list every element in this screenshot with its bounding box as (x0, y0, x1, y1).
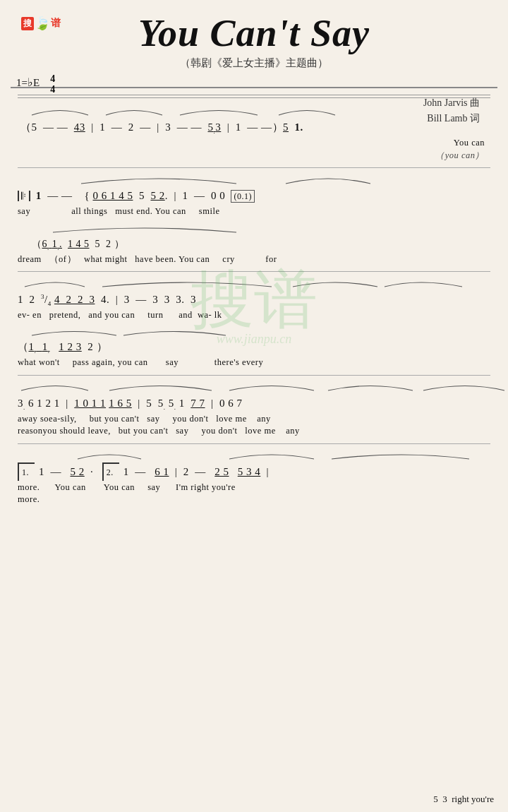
music-row-7: 1. 1 — 5 2 · 2. 1 — 6 1 | 2 — 2 5 5 3 4 … (18, 448, 490, 506)
lyrics-row-5: what won't pass again, you can say there… (18, 357, 490, 369)
notes-row-2: 𝄆 1 — — { 0 6 1 4 5 5 5 2. | 1 — 0 0 (0.… (18, 172, 490, 205)
notes-row-5: （1. 1. 1 2 3 2 ） (18, 326, 490, 357)
time-signature: 44 (50, 73, 55, 95)
notes-row-4: 1 2 3/4 4 2 2 3 4. | 3 — 3 3 3. 3 (18, 276, 490, 309)
lyrics-row-7: more. You can You can say I'm right you'… (18, 482, 490, 494)
music-row-5: （1. 1. 1 2 3 2 ） what won't pass again, … (18, 326, 490, 369)
lyrics-row-3: dream （of） what might have been. You can… (18, 253, 490, 266)
lyrics-row-1: You can (18, 137, 490, 150)
notes-row-6: 3. 6 1 2 1 | 1 0 1 1 1 6 5 | 5 5. 5. 1 7… (18, 380, 490, 413)
notes-row-1: （5 — — 43 | 1 — 2 — | 3 — — 5.3 | 1 — —）… (18, 102, 490, 137)
lyrics-row-7b: more. (18, 494, 490, 506)
lyrics-row-6b: reasonyou should leave, but you can't sa… (18, 425, 490, 438)
logo-brand: 谱 (51, 17, 61, 30)
music-row-1: （5 — — 43 | 1 — 2 — | 3 — — 5.3 | 1 — —）… (18, 102, 490, 162)
key-signature: 1=♭E (16, 77, 40, 88)
song-title: You Can't Say (11, 7, 497, 55)
divider-4 (18, 443, 490, 444)
repeat-start: 𝄆 (18, 191, 30, 201)
notes-row-7: 1. 1 — 5 2 · 2. 1 — 6 1 | 2 — 2 5 5 3 4 … (18, 448, 490, 482)
page: 搜 🍃 谱 You Can't Say （韩剧《爱上女主播》主题曲） John … (0, 0, 508, 812)
key-time-area: 1=♭E 44 (11, 73, 497, 95)
divider-2 (18, 271, 490, 272)
lyrics-row-6a: away soea-sily, but you can't say you do… (18, 413, 490, 426)
lyrics-row-4: ev- en pretend, and you can turn and wa-… (18, 309, 490, 322)
logo-leaf-icon: 🍃 (35, 16, 50, 31)
music-row-3: （6. 1.. 1 4 5 5 2 ） dream （of） what migh… (18, 222, 490, 265)
lyrics-row-1b: （you can） (18, 150, 490, 162)
staff-line-2 (18, 97, 490, 98)
music-row-6: 3. 6 1 2 1 | 1 0 1 1 1 6 5 | 5 5. 5. 1 7… (18, 380, 490, 438)
logo-area: 搜 🍃 谱 (21, 16, 61, 31)
divider-3 (18, 375, 490, 376)
music-row-4: 1 2 3/4 4 2 2 3 4. | 3 — 3 3 3. 3 ev- en… (18, 276, 490, 322)
page-header: 搜 🍃 谱 You Can't Say （韩剧《爱上女主播》主题曲） John … (11, 7, 497, 88)
second-ending: 2. (102, 462, 119, 481)
page-body: （5 — — 43 | 1 — 2 — | 3 — — 5.3 | 1 — —）… (11, 88, 497, 513)
logo-box: 搜 (21, 17, 34, 30)
notes-row-3: （6. 1.. 1 4 5 5 2 ） (18, 222, 490, 253)
first-ending: 1. (18, 462, 35, 481)
music-row-2: 𝄆 1 — — { 0 6 1 4 5 5 5 2. | 1 — 0 0 (0.… (18, 172, 490, 218)
song-subtitle: （韩剧《爱上女主播》主题曲） (11, 56, 497, 70)
bottom-notes: 5 3 right you're (433, 794, 494, 805)
lyrics-row-2: say all things must end. You can smile (18, 205, 490, 218)
divider-1 (18, 167, 490, 168)
